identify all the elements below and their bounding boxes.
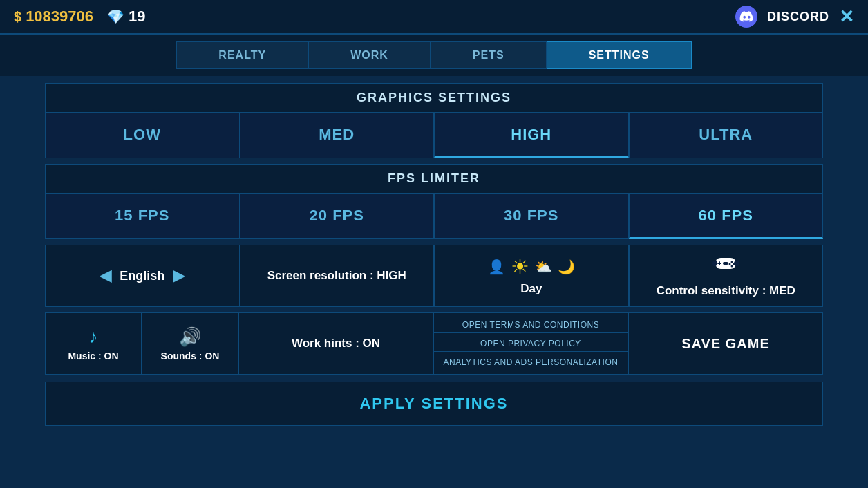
discord-icon	[735, 6, 757, 28]
sounds-label: Sounds : ON	[161, 350, 220, 362]
ads-link[interactable]: ANALYTICS AND ADS PERSONALIZATION	[434, 355, 628, 370]
graphics-section-title: GRAPHICS SETTINGS	[45, 83, 823, 113]
svg-rect-2	[734, 261, 739, 266]
header-left: $ 10839706 💎 19	[14, 8, 146, 26]
music-label: Music : ON	[68, 350, 118, 362]
graphics-low[interactable]: LOW	[45, 113, 240, 158]
apply-settings-button[interactable]: APPLY SETTINGS	[45, 382, 823, 426]
work-hints-toggle[interactable]: Work hints : ON	[238, 312, 433, 375]
control-sensitivity-label: Control sensitivity : MED	[657, 283, 795, 299]
fps-section: FPS LIMITER 15 FPS 20 FPS 30 FPS 60 FPS	[45, 164, 823, 239]
save-label: SAVE GAME	[681, 336, 770, 352]
language-prev-arrow[interactable]: ◀	[100, 267, 111, 285]
night-icon: 👤	[488, 259, 505, 275]
privacy-link[interactable]: OPEN PRIVACY POLICY	[434, 336, 628, 352]
graphics-ultra[interactable]: ULTRA	[629, 113, 824, 158]
graphics-options: LOW MED HIGH ULTRA	[45, 113, 823, 158]
sounds-icon: 🔊	[179, 326, 201, 348]
control-sensitivity[interactable]: Control sensitivity : MED	[629, 245, 824, 307]
svg-point-8	[731, 265, 733, 268]
time-of-day[interactable]: 👤 ☀ ⛅ 🌙 Day	[434, 245, 629, 307]
tab-work[interactable]: WORK	[308, 41, 431, 69]
discord-label: DISCORD	[767, 10, 829, 24]
screen-resolution[interactable]: Screen resolution : HIGH	[240, 245, 435, 307]
tab-realty[interactable]: REALTY	[176, 41, 308, 69]
terms-link[interactable]: OPEN TERMS AND CONDITIONS	[434, 317, 628, 333]
svg-point-5	[731, 261, 733, 263]
gem-icon: 💎	[107, 8, 124, 25]
fps-options: 15 FPS 20 FPS 30 FPS 60 FPS	[45, 194, 823, 239]
graphics-med[interactable]: MED	[240, 113, 435, 158]
cloud-icon: ⛅	[535, 259, 552, 275]
music-toggle[interactable]: ♪ Music : ON	[45, 312, 142, 375]
nav-tabs: REALTY WORK PETS SETTINGS	[0, 35, 868, 76]
header-right: DISCORD ✕	[735, 6, 854, 28]
sounds-toggle[interactable]: 🔊 Sounds : ON	[142, 312, 238, 375]
svg-point-7	[729, 263, 731, 265]
language-selector[interactable]: ◀ English ▶	[45, 245, 240, 307]
tab-pets[interactable]: PETS	[431, 41, 547, 69]
work-hints-label: Work hints : ON	[292, 336, 380, 351]
svg-point-6	[733, 263, 735, 265]
svg-rect-4	[717, 263, 721, 264]
currency-display: $ 10839706	[14, 8, 93, 26]
svg-rect-1	[712, 261, 717, 266]
header: $ 10839706 💎 19 DISCORD ✕	[0, 0, 868, 35]
moon-icon: 🌙	[558, 259, 575, 275]
day-icons-row: 👤 ☀ ⛅ 🌙	[488, 254, 575, 279]
bottom-row: ♪ Music : ON 🔊 Sounds : ON Work hints : …	[45, 312, 823, 375]
settings-row: ◀ English ▶ Screen resolution : HIGH 👤 ☀…	[45, 245, 823, 307]
close-button[interactable]: ✕	[839, 6, 854, 28]
gem-value: 19	[129, 8, 145, 26]
fps-30[interactable]: 30 FPS	[434, 194, 629, 239]
fps-15[interactable]: 15 FPS	[45, 194, 240, 239]
tab-settings[interactable]: SETTINGS	[547, 41, 692, 69]
dollar-icon: $	[14, 9, 21, 25]
gems-display: 💎 19	[107, 8, 145, 26]
svg-rect-9	[723, 262, 728, 265]
sun-icon: ☀	[511, 254, 529, 279]
language-value: English	[120, 269, 164, 283]
time-of-day-label: Day	[520, 281, 542, 297]
currency-value: 10839706	[26, 8, 93, 26]
music-icon: ♪	[89, 326, 98, 348]
screen-resolution-label: Screen resolution : HIGH	[267, 268, 406, 283]
save-game-button[interactable]: SAVE GAME	[628, 312, 823, 375]
graphics-high[interactable]: HIGH	[434, 113, 629, 158]
main-content: GRAPHICS SETTINGS LOW MED HIGH ULTRA FPS…	[0, 76, 868, 433]
fps-20[interactable]: 20 FPS	[240, 194, 435, 239]
links-cell: OPEN TERMS AND CONDITIONS OPEN PRIVACY P…	[433, 312, 628, 375]
controller-icon	[712, 252, 739, 278]
fps-section-title: FPS LIMITER	[45, 164, 823, 194]
language-next-arrow[interactable]: ▶	[173, 267, 185, 285]
fps-60[interactable]: 60 FPS	[629, 194, 824, 239]
